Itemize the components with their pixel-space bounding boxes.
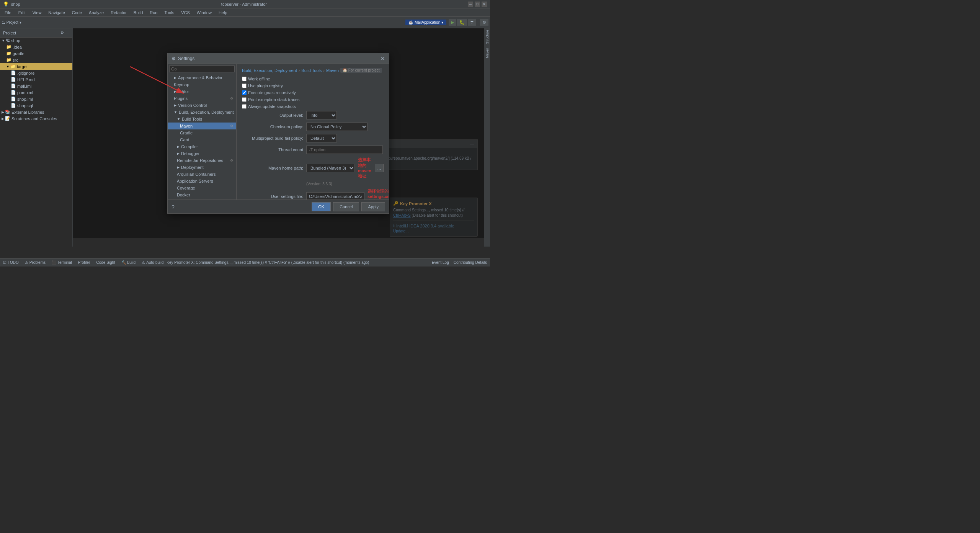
minimize-button[interactable]: ─ <box>468 2 473 7</box>
nav-label: Coverage <box>177 186 195 190</box>
tree-item-malliml[interactable]: 📄 mall.iml <box>0 83 72 89</box>
tree-item-pomxml[interactable]: 📄 pom.xml <box>0 89 72 96</box>
structure-tab[interactable]: Structure <box>485 30 489 44</box>
nav-label: Editor <box>178 89 189 94</box>
menu-run[interactable]: Run <box>147 10 160 16</box>
always-update-checkbox[interactable] <box>242 104 247 109</box>
status-build[interactable]: 🔨 Build <box>121 260 136 265</box>
menu-vcs[interactable]: VCS <box>178 10 193 16</box>
menu-help[interactable]: Help <box>216 10 230 16</box>
tree-item-scratches[interactable]: ▶ 📝 Scratches and Consoles <box>0 115 72 122</box>
sort-icon[interactable]: ⚙ <box>60 31 64 35</box>
nav-editor[interactable]: ▶ Editor <box>168 88 236 95</box>
contributing-link[interactable]: Contributing Details <box>454 260 487 265</box>
breadcrumb-current-maven[interactable]: Maven <box>326 68 339 73</box>
tree-item-src[interactable]: 📁 src <box>0 57 72 63</box>
nav-compiler[interactable]: ▶ Compiler <box>168 143 236 150</box>
use-plugin-registry-label: Use plugin registry <box>248 83 283 88</box>
run-button[interactable]: ▶ <box>449 19 456 26</box>
nav-version-control[interactable]: ▶ Version Control <box>168 102 236 109</box>
print-exceptions-checkbox-label[interactable]: Print exception stack traces <box>242 97 300 102</box>
maven-home-select[interactable]: Bundled (Maven 3) <box>306 164 355 172</box>
nav-gradle[interactable]: Gradle <box>168 129 236 136</box>
print-exceptions-checkbox[interactable] <box>242 97 247 102</box>
nav-remote-jar[interactable]: Remote Jar Repositories ⚙ <box>168 157 236 164</box>
status-code-sight[interactable]: Code Sight <box>96 260 115 265</box>
menu-edit[interactable]: Edit <box>15 10 29 16</box>
execute-goals-checkbox-label[interactable]: Execute goals recursively <box>242 90 296 95</box>
maven-settings-content: Build, Execution, Deployment › Build Too… <box>237 64 389 199</box>
menu-window[interactable]: Window <box>194 10 215 16</box>
tree-item-gitignore[interactable]: 📄 .gitignore <box>0 70 72 76</box>
settings-button[interactable]: ⚙ <box>480 19 488 26</box>
maven-tab[interactable]: Maven <box>485 48 489 58</box>
nav-maven[interactable]: Maven ⚙ <box>168 123 236 129</box>
close-button[interactable]: ✕ <box>482 2 487 7</box>
maximize-button[interactable]: □ <box>475 2 480 7</box>
menu-view[interactable]: View <box>29 10 45 16</box>
checksum-policy-select[interactable]: No Global Policy Strict Warn <box>306 123 368 131</box>
help-icon[interactable]: ? <box>172 204 175 210</box>
use-plugin-registry-checkbox-label[interactable]: Use plugin registry <box>242 83 283 88</box>
nav-docker[interactable]: Docker <box>168 191 236 198</box>
tree-item-shop[interactable]: ▼ 🏗 shop <box>0 38 72 44</box>
use-plugin-registry-checkbox[interactable] <box>242 83 247 88</box>
file-icon: 📄 <box>11 90 16 95</box>
work-offline-checkbox[interactable] <box>242 77 247 81</box>
nav-build-execution[interactable]: ▼ Build, Execution, Deployment <box>168 109 236 116</box>
cancel-button[interactable]: Cancel <box>333 202 359 211</box>
menu-file[interactable]: File <box>2 10 15 16</box>
menu-build[interactable]: Build <box>131 10 146 16</box>
scratches-icon: 📝 <box>5 116 10 121</box>
execute-goals-checkbox[interactable] <box>242 90 247 95</box>
nav-deployment[interactable]: ▶ Deployment <box>168 164 236 171</box>
tree-item-gradle[interactable]: 📁 gradle <box>0 50 72 57</box>
status-todo[interactable]: ☑ TODO <box>3 260 19 265</box>
nav-coverage[interactable]: Coverage <box>168 185 236 191</box>
nav-app-servers[interactable]: Application Servers <box>168 178 236 185</box>
tree-item-helpmd[interactable]: 📄 HELP.md <box>0 76 72 83</box>
work-offline-checkbox-label[interactable]: Work offline <box>242 77 270 81</box>
nav-arquillian[interactable]: Arquillian Containers <box>168 171 236 178</box>
folder-icon: 📁 <box>6 51 11 56</box>
status-auto-build[interactable]: ⚠ Auto-build <box>142 260 163 265</box>
nav-gant[interactable]: Gant <box>168 136 236 143</box>
menu-refactor[interactable]: Refactor <box>108 10 130 16</box>
breadcrumb-link-build[interactable]: Build, Execution, Deployment <box>242 68 297 73</box>
multiproject-fail-select[interactable]: Default <box>306 134 337 142</box>
status-problems[interactable]: ⚠ Problems <box>25 260 46 265</box>
nav-keymap[interactable]: Keymap <box>168 81 236 88</box>
nav-plugins[interactable]: Plugins ⚙ <box>168 95 236 102</box>
status-terminal[interactable]: ⬛ Terminal <box>52 260 72 265</box>
tree-item-shopiml[interactable]: 📄 shop.iml <box>0 96 72 102</box>
status-profiler[interactable]: Profiler <box>78 260 90 265</box>
maven-home-browse-button[interactable]: ... <box>375 164 384 172</box>
tree-item-external-libs[interactable]: ▶ 📚 External Libraries <box>0 109 72 115</box>
thread-count-input[interactable] <box>306 146 383 154</box>
menu-tools[interactable]: Tools <box>161 10 177 16</box>
always-update-checkbox-label[interactable]: Always update snapshots <box>242 104 296 109</box>
menu-code[interactable]: Code <box>69 10 85 16</box>
tree-item-shopsql[interactable]: 📄 shop.sql <box>0 102 72 109</box>
output-level-select[interactable]: Info Debug Quiet <box>306 111 337 119</box>
event-log-link[interactable]: Event Log <box>432 260 449 265</box>
breadcrumb-link-build-tools[interactable]: Build Tools <box>301 68 322 73</box>
collapse-all-icon[interactable]: — <box>65 31 69 35</box>
settings-search-input[interactable] <box>169 65 235 72</box>
tree-item-target[interactable]: ▼ 📁 target <box>0 63 72 70</box>
ok-button[interactable]: OK <box>312 202 331 211</box>
nav-build-tools[interactable]: ▼ Build Tools <box>168 116 236 123</box>
menu-analyze[interactable]: Analyze <box>86 10 107 16</box>
menu-navigate[interactable]: Navigate <box>45 10 68 16</box>
nav-appearance-behavior[interactable]: ▶ Appearance & Behavior <box>168 74 236 81</box>
user-settings-input[interactable] <box>306 192 364 199</box>
tree-item-idea[interactable]: 📁 .idea <box>0 44 72 50</box>
debug-button[interactable]: 🐛 <box>457 19 467 26</box>
tree-label: src <box>13 58 18 62</box>
coverage-button[interactable]: ☂ <box>468 19 476 26</box>
dialog-close-button[interactable]: ✕ <box>381 56 385 62</box>
nav-debugger[interactable]: ▶ Debugger <box>168 150 236 157</box>
toolbar-run-config[interactable]: ☕ MailApplication ▾ <box>405 20 446 25</box>
subtitle: tcpserver - Administrator <box>221 2 267 7</box>
apply-button[interactable]: Apply <box>361 202 385 211</box>
